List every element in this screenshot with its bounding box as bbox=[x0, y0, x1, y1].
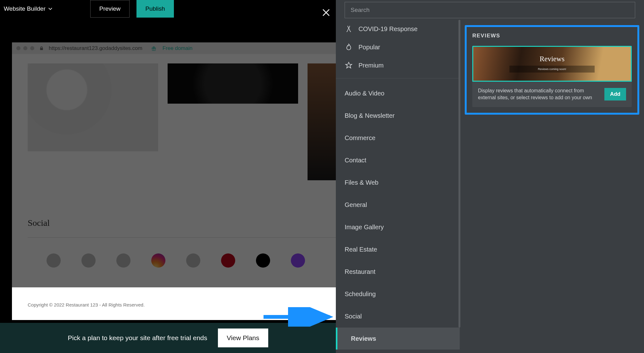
ribbon-icon bbox=[345, 25, 353, 33]
category-blog-newsletter[interactable]: Blog & Newsletter bbox=[336, 105, 460, 127]
category-label: Popular bbox=[358, 44, 380, 51]
preview-thumbnail[interactable]: Reviews Reviews coming soon! bbox=[472, 46, 632, 82]
category-scheduling[interactable]: Scheduling bbox=[336, 283, 460, 305]
category-social[interactable]: Social bbox=[336, 305, 460, 328]
window-dot bbox=[30, 46, 34, 50]
brand-dropdown-wrap: Website Builder bbox=[4, 5, 53, 12]
gallery-image bbox=[168, 63, 298, 104]
detail-title: REVIEWS bbox=[472, 33, 632, 39]
preview-card: Reviews Reviews coming soon! Display rev… bbox=[472, 46, 632, 107]
top-header: Website Builder Preview Publish bbox=[0, 0, 336, 18]
highlight-box: REVIEWS Reviews Reviews coming soon! Dis… bbox=[465, 25, 639, 115]
search-input[interactable] bbox=[345, 2, 635, 18]
facebook-icon[interactable] bbox=[81, 253, 96, 268]
publish-button[interactable]: Publish bbox=[136, 0, 174, 18]
category-contact[interactable]: Contact bbox=[336, 149, 460, 171]
preview-description: Display reviews that automatically conne… bbox=[478, 87, 600, 101]
preview-thumb-sub: Reviews coming soon! bbox=[538, 68, 566, 71]
close-icon bbox=[321, 8, 331, 17]
linkedin-icon[interactable] bbox=[186, 253, 200, 268]
close-button[interactable] bbox=[320, 7, 332, 19]
discord-icon[interactable] bbox=[47, 253, 61, 268]
category-real-estate[interactable]: Real Estate bbox=[336, 238, 460, 261]
houzz-icon[interactable] bbox=[116, 253, 130, 268]
category-image-gallery[interactable]: Image Gallery bbox=[336, 216, 460, 238]
tiktok-icon[interactable] bbox=[256, 253, 270, 268]
preview-thumb-title: Reviews bbox=[540, 55, 564, 63]
pinterest-icon[interactable] bbox=[221, 253, 235, 268]
category-general[interactable]: General bbox=[336, 194, 460, 216]
category-restaurant[interactable]: Restaurant bbox=[336, 261, 460, 283]
lock-icon bbox=[39, 46, 44, 51]
brand-label: Website Builder bbox=[4, 5, 46, 12]
trial-text: Pick a plan to keep your site after free… bbox=[68, 334, 207, 342]
star-icon bbox=[345, 61, 353, 69]
social-subgroup: Reviews Social bbox=[336, 328, 460, 350]
header-buttons: Preview Publish bbox=[90, 0, 174, 18]
category-premium[interactable]: Premium bbox=[336, 56, 460, 74]
chevron-down-icon bbox=[48, 7, 53, 11]
preview-button[interactable]: Preview bbox=[90, 0, 130, 18]
category-audio-video[interactable]: Audio & Video bbox=[336, 82, 460, 105]
preview-meta: Display reviews that automatically conne… bbox=[472, 82, 632, 107]
twitch-icon[interactable] bbox=[291, 253, 305, 268]
scrollbar[interactable] bbox=[458, 20, 460, 328]
detail-area: REVIEWS Reviews Reviews coming soon! Dis… bbox=[465, 25, 639, 115]
window-dot bbox=[16, 46, 20, 50]
view-plans-button[interactable]: View Plans bbox=[218, 329, 268, 347]
preview-thumb-sub-wrap: Reviews coming soon! bbox=[509, 66, 594, 73]
subcategory-reviews[interactable]: Reviews bbox=[336, 328, 460, 350]
separator bbox=[336, 78, 460, 79]
category-files-web[interactable]: Files & Web bbox=[336, 171, 460, 194]
category-label: Premium bbox=[358, 62, 384, 69]
gallery-image bbox=[28, 63, 158, 151]
category-list[interactable]: COVID-19 Response Popular Premium Audio … bbox=[336, 20, 460, 350]
url-text: https://restaurant123.godaddysites.com bbox=[49, 45, 142, 52]
category-covid[interactable]: COVID-19 Response bbox=[336, 20, 460, 38]
trial-bar: Pick a plan to keep your site after free… bbox=[0, 323, 336, 353]
category-commerce[interactable]: Commerce bbox=[336, 127, 460, 149]
flame-icon bbox=[345, 43, 353, 51]
category-label: COVID-19 Response bbox=[358, 25, 418, 33]
add-button[interactable]: Add bbox=[604, 88, 626, 100]
window-controls bbox=[16, 46, 34, 50]
free-domain-link[interactable]: Free domain bbox=[163, 45, 192, 52]
search-wrap bbox=[336, 0, 644, 21]
instagram-icon[interactable] bbox=[151, 253, 165, 268]
window-dot bbox=[23, 46, 27, 50]
gift-icon bbox=[151, 46, 156, 51]
gallery-column bbox=[168, 63, 298, 180]
add-section-panel: COVID-19 Response Popular Premium Audio … bbox=[336, 0, 644, 353]
category-popular[interactable]: Popular bbox=[336, 38, 460, 56]
brand-dropdown[interactable]: Website Builder bbox=[4, 5, 53, 12]
